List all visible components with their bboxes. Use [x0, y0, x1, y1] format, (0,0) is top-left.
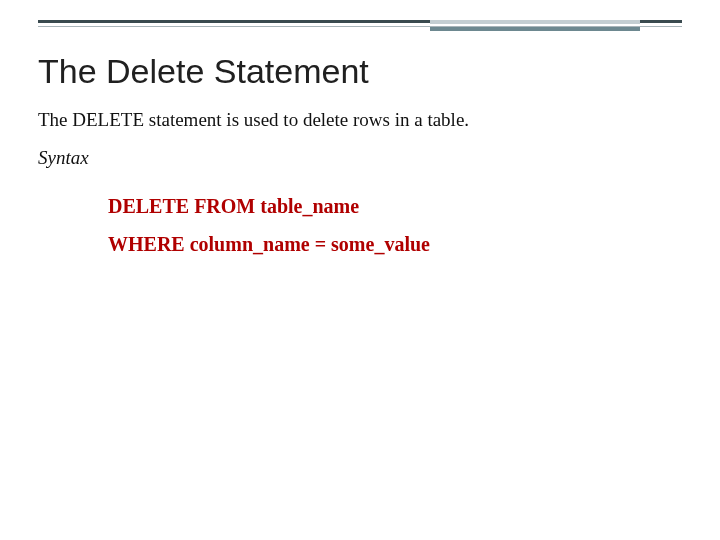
- header-rule-highlight-top: [430, 20, 640, 24]
- header-rule: [38, 20, 682, 34]
- header-rule-highlight-bottom: [430, 27, 640, 31]
- description-text: The DELETE statement is used to delete r…: [38, 109, 682, 131]
- syntax-label: Syntax: [38, 147, 682, 169]
- header-rule-highlight: [430, 20, 640, 34]
- slide-title: The Delete Statement: [38, 52, 682, 91]
- slide-content: The Delete Statement The DELETE statemen…: [38, 52, 682, 263]
- code-line-2: WHERE column_name = some_value: [108, 225, 682, 263]
- code-block: DELETE FROM table_name WHERE column_name…: [108, 187, 682, 263]
- code-line-1: DELETE FROM table_name: [108, 187, 682, 225]
